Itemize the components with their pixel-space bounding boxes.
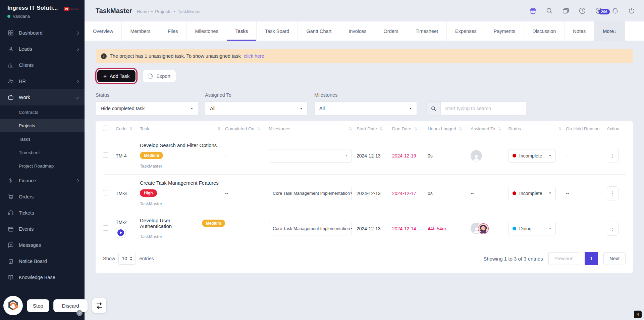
events-icon xyxy=(7,226,14,232)
entries-per-page-select[interactable]: 10 xyxy=(118,253,136,265)
tab-gantt-chart[interactable]: Gantt Chart xyxy=(298,21,340,41)
tab-discussion[interactable]: Discussion xyxy=(524,21,565,41)
overlay-logo[interactable] xyxy=(3,296,23,315)
tab-members[interactable]: Members xyxy=(122,21,159,41)
tab-invoices[interactable]: Invoices xyxy=(340,21,375,41)
row-checkbox[interactable] xyxy=(103,225,108,231)
milestone-select[interactable]: Core Task Management Implementation ▼ xyxy=(269,222,352,235)
sidebar-item-finance[interactable]: Finance xyxy=(0,173,85,189)
assigned-filter-select[interactable]: All ▼ xyxy=(205,101,308,116)
status-select[interactable]: Incomplete ▼ xyxy=(508,187,556,200)
sidebar-item-notice-board[interactable]: Notice Board xyxy=(0,253,85,269)
tab-expenses[interactable]: Expenses xyxy=(447,21,485,41)
milestones-filter-select[interactable]: All ▼ xyxy=(314,101,417,116)
tab-more[interactable]: More↓ xyxy=(594,21,625,41)
alert-text: The project has 1 unassigned task. To sh… xyxy=(110,53,241,59)
status-filter-select[interactable]: Hide completed task ▼ xyxy=(96,101,198,116)
caret-down-icon: ▼ xyxy=(549,192,551,195)
start-date: 2024-12-13 xyxy=(357,191,381,196)
project-link[interactable]: TaskMaster xyxy=(140,201,162,206)
power-icon[interactable] xyxy=(628,7,635,14)
select-all-checkbox[interactable] xyxy=(103,126,108,131)
sidebar-item-tickets[interactable]: Tickets xyxy=(0,205,85,221)
help-icon[interactable]: ? xyxy=(76,310,83,316)
col-header-status[interactable]: Status⇅ xyxy=(508,126,566,131)
tab-overview[interactable]: Overview xyxy=(85,21,122,41)
row-actions-button[interactable]: ⋮ xyxy=(607,149,619,163)
row-actions-button[interactable]: ⋮ xyxy=(607,222,619,236)
completed-on-value: -- xyxy=(225,191,228,196)
col-header-completed-on[interactable]: Completed On⇅ xyxy=(225,126,269,131)
discard-button[interactable]: Discard xyxy=(53,299,88,312)
tab-payments[interactable]: Payments xyxy=(485,21,524,41)
sidebar-item-messages[interactable]: Messages xyxy=(0,237,85,253)
tab-task-board[interactable]: Task Board xyxy=(257,21,298,41)
sidebar-menu: Dashboard Leads Clients HR Work Contract… xyxy=(0,25,85,285)
sidebar-item-knowledge-base[interactable]: Knowledge Base xyxy=(0,269,85,285)
sidebar-subitem-projects[interactable]: Projects xyxy=(0,119,85,132)
clients-icon xyxy=(7,62,14,68)
sidebar-subitem-timesheet[interactable]: Timesheet xyxy=(0,146,85,159)
gift-icon[interactable] xyxy=(529,7,537,14)
next-page-button[interactable]: Next xyxy=(603,252,626,265)
history-icon[interactable] xyxy=(579,7,586,14)
project-link[interactable]: TaskMaster xyxy=(140,164,162,169)
row-checkbox[interactable] xyxy=(103,152,108,158)
col-header-start-date[interactable]: Start Date⇅ xyxy=(357,126,392,131)
alert-click-here-link[interactable]: click here xyxy=(244,53,264,59)
status-select[interactable]: Doing ▼ xyxy=(508,222,556,235)
col-header-assigned-to[interactable]: Assigned To⇅ xyxy=(471,126,508,131)
search-icon[interactable] xyxy=(546,7,553,14)
sidebar-item-dashboard[interactable]: Dashboard xyxy=(0,25,85,41)
sidebar-item-leads[interactable]: Leads xyxy=(0,41,85,57)
col-header-hours-logged[interactable]: Hours Logged⇅ xyxy=(428,126,471,131)
col-header-task[interactable]: Task⇅ xyxy=(140,126,225,131)
task-title[interactable]: Create Task Management Features xyxy=(140,180,225,186)
stop-button[interactable]: Stop xyxy=(27,299,49,312)
row-actions-button[interactable]: ⋮ xyxy=(607,186,619,200)
sidebar-subitem-project-roadmap[interactable]: Project Roadmap xyxy=(0,159,85,173)
swap-button[interactable] xyxy=(92,298,107,313)
task-title[interactable]: Develop Search and Filter Options xyxy=(140,142,225,148)
col-header-milestones[interactable]: Milestones⇅ xyxy=(269,126,357,131)
bell-icon[interactable] xyxy=(611,7,619,14)
search-input[interactable] xyxy=(440,101,526,116)
tab-orders[interactable]: Orders xyxy=(375,21,407,41)
messages-icon xyxy=(7,242,14,248)
timer-play-button[interactable] xyxy=(116,228,126,238)
sidebar-item-events[interactable]: Events xyxy=(0,221,85,237)
sidebar-subitem-contracts[interactable]: Contracts xyxy=(0,105,85,119)
add-task-button[interactable]: + Add Task xyxy=(97,70,136,82)
milestone-select[interactable]: Core Task Management Implementation ▼ xyxy=(269,187,352,200)
sort-icon: ⇅ xyxy=(129,127,132,131)
project-link[interactable]: TaskMaster xyxy=(140,234,162,239)
sidebar-item-work[interactable]: Work xyxy=(0,89,85,105)
chevron-right-icon xyxy=(76,47,79,51)
breadcrumb-projects[interactable]: Projects xyxy=(155,9,171,14)
task-title[interactable]: Develop User Authentication xyxy=(140,218,198,229)
col-header-code[interactable]: Code⇅ xyxy=(116,126,140,131)
export-button[interactable]: Export xyxy=(142,70,176,82)
col-header-due-date[interactable]: Due Date⇅ xyxy=(392,126,428,131)
tab-milestones[interactable]: Milestones xyxy=(187,21,227,41)
page-number-button[interactable]: 1 xyxy=(585,252,598,265)
previous-page-button[interactable]: Previous xyxy=(548,252,579,265)
milestone-select[interactable]: -- ▼ xyxy=(269,149,352,163)
tab-tasks[interactable]: Tasks xyxy=(227,21,257,41)
row-checkbox[interactable] xyxy=(103,190,108,195)
tab-notes[interactable]: Notes xyxy=(565,21,594,41)
sidebar-item-hr[interactable]: HR xyxy=(0,73,85,89)
breadcrumb-home[interactable]: Home xyxy=(137,9,149,14)
notes-icon[interactable] xyxy=(562,7,570,14)
tab-timesheet[interactable]: Timesheet xyxy=(407,21,447,41)
topbar-icons: 296 xyxy=(529,7,635,14)
noticeboard-icon xyxy=(7,258,14,265)
sidebar-item-orders[interactable]: Orders xyxy=(0,189,85,205)
corner-count-badge[interactable]: 4 xyxy=(634,311,642,318)
sidebar-item-clients[interactable]: Clients xyxy=(0,57,85,73)
sidebar-subitem-tasks[interactable]: Tasks xyxy=(0,132,85,146)
tab-files[interactable]: Files xyxy=(159,21,187,41)
caret-down-icon: ▼ xyxy=(191,107,193,110)
status-select[interactable]: Incomplete ▼ xyxy=(508,149,556,163)
sidebar: Ingress IT Soluti... Vandana INGRESS Das… xyxy=(0,0,85,320)
